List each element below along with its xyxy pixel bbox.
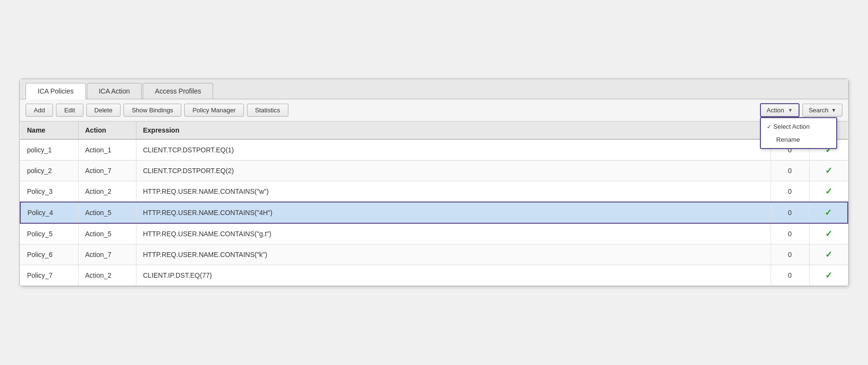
active-check-icon: ✓ xyxy=(825,187,832,196)
search-label: Search xyxy=(809,107,828,114)
action-dropdown-wrapper: Action ▼ ✓ Select Action Rename xyxy=(760,103,800,117)
cell-active: ✓ xyxy=(809,223,848,244)
tab-ica-policies[interactable]: ICA Policies xyxy=(26,83,86,99)
active-check-icon: ✓ xyxy=(825,208,832,217)
cell-active: ✓ xyxy=(809,202,848,223)
add-button[interactable]: Add xyxy=(26,104,53,117)
cell-name: policy_2 xyxy=(20,161,78,181)
cell-name: Policy_3 xyxy=(20,181,78,203)
edit-button[interactable]: Edit xyxy=(56,104,83,117)
active-check-icon: ✓ xyxy=(825,166,832,176)
cell-expression: HTTP.REQ.USER.NAME.CONTAINS("k") xyxy=(136,244,771,265)
cell-name: policy_1 xyxy=(20,139,78,161)
table-row[interactable]: Policy_6Action_7HTTP.REQ.USER.NAME.CONTA… xyxy=(20,244,848,265)
cell-active: ✓ xyxy=(809,244,848,265)
cell-expression: HTTP.REQ.USER.NAME.CONTAINS("g.t") xyxy=(136,223,771,244)
cell-action: Action_7 xyxy=(78,161,136,181)
col-header-name: Name xyxy=(20,122,78,139)
cell-name: Policy_7 xyxy=(20,265,78,286)
cell-active: ✓ xyxy=(809,181,848,203)
action-label: Action xyxy=(767,107,784,114)
active-check-icon: ✓ xyxy=(825,250,832,259)
active-check-icon: ✓ xyxy=(825,229,832,239)
tab-ica-action[interactable]: ICA Action xyxy=(87,83,142,99)
cell-action: Action_5 xyxy=(78,202,136,223)
cell-action: Action_1 xyxy=(78,139,136,161)
cell-hits: 0 xyxy=(771,202,809,223)
cell-name: Policy_4 xyxy=(20,202,78,223)
table-row[interactable]: Policy_3Action_2HTTP.REQ.USER.NAME.CONTA… xyxy=(20,181,848,203)
col-header-expression: Expression xyxy=(136,122,771,139)
cell-hits: 0 xyxy=(771,244,809,265)
cell-expression: HTTP.REQ.USER.NAME.CONTAINS("4H") xyxy=(136,202,771,223)
table-header-row: Name Action Expression Hits Active xyxy=(20,122,848,139)
tab-access-profiles[interactable]: Access Profiles xyxy=(143,83,213,99)
policy-manager-button[interactable]: Policy Manager xyxy=(184,104,244,117)
cell-name: Policy_5 xyxy=(20,223,78,244)
main-panel: ICA Policies ICA Action Access Profiles … xyxy=(19,79,849,286)
cell-active: ✓ xyxy=(809,265,848,286)
cell-action: Action_2 xyxy=(78,265,136,286)
checkmark-icon: ✓ xyxy=(767,123,772,130)
action-dropdown-button[interactable]: Action ▼ xyxy=(760,103,800,117)
table-row[interactable]: Policy_5Action_5HTTP.REQ.USER.NAME.CONTA… xyxy=(20,223,848,244)
cell-hits: 0 xyxy=(771,161,809,181)
statistics-button[interactable]: Statistics xyxy=(247,104,288,117)
dropdown-arrow-icon: ▼ xyxy=(788,108,793,113)
active-check-icon: ✓ xyxy=(825,270,832,280)
show-bindings-button[interactable]: Show Bindings xyxy=(123,104,181,117)
cell-action: Action_7 xyxy=(78,244,136,265)
cell-active: ✓ xyxy=(809,161,848,181)
cell-name: Policy_6 xyxy=(20,244,78,265)
search-dropdown-icon: ▼ xyxy=(831,108,836,113)
col-header-action: Action xyxy=(78,122,136,139)
cell-action: Action_2 xyxy=(78,181,136,203)
cell-action: Action_5 xyxy=(78,223,136,244)
cell-expression: CLIENT.TCP.DSTPORT.EQ(1) xyxy=(136,139,771,161)
delete-button[interactable]: Delete xyxy=(86,104,121,117)
menu-item-select-action[interactable]: ✓ Select Action xyxy=(761,120,836,133)
action-dropdown-menu: ✓ Select Action Rename xyxy=(760,117,837,149)
search-button[interactable]: Search ▼ xyxy=(802,104,842,117)
tab-bar: ICA Policies ICA Action Access Profiles xyxy=(20,79,848,99)
policies-table: Name Action Expression Hits Active polic… xyxy=(20,122,848,286)
cell-hits: 0 xyxy=(771,181,809,203)
menu-item-select-action-label: Select Action xyxy=(773,123,810,130)
menu-item-rename[interactable]: Rename xyxy=(761,133,836,146)
cell-expression: CLIENT.IP.DST.EQ(77) xyxy=(136,265,771,286)
table-row[interactable]: policy_1Action_1CLIENT.TCP.DSTPORT.EQ(1)… xyxy=(20,139,848,161)
cell-expression: HTTP.REQ.USER.NAME.CONTAINS("w") xyxy=(136,181,771,203)
table-row[interactable]: policy_2Action_7CLIENT.TCP.DSTPORT.EQ(2)… xyxy=(20,161,848,181)
table-row[interactable]: Policy_4Action_5HTTP.REQ.USER.NAME.CONTA… xyxy=(20,202,848,223)
cell-hits: 0 xyxy=(771,265,809,286)
toolbar: Add Edit Delete Show Bindings Policy Man… xyxy=(20,99,848,122)
cell-expression: CLIENT.TCP.DSTPORT.EQ(2) xyxy=(136,161,771,181)
table-row[interactable]: Policy_7Action_2CLIENT.IP.DST.EQ(77)0✓ xyxy=(20,265,848,286)
menu-item-rename-label: Rename xyxy=(776,136,800,143)
cell-hits: 0 xyxy=(771,223,809,244)
